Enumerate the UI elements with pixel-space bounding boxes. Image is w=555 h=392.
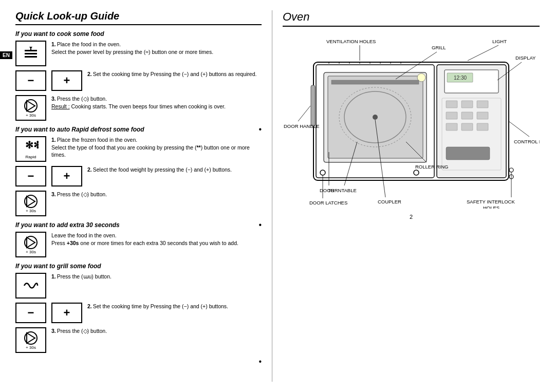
right-section-title: Oven <box>283 10 540 27</box>
page-number: 2 <box>283 214 540 220</box>
rapid-step1: ✻✻ Rapid 1.Place the frozen food in the … <box>15 136 262 162</box>
safety-interlock-label: SAFETY INTERLOCK <box>467 199 515 204</box>
svg-rect-28 <box>477 101 488 108</box>
light-label: LIGHT <box>492 39 507 44</box>
svg-rect-29 <box>446 112 457 119</box>
minus-box: − <box>15 70 46 91</box>
left-section-title: Quick Look-up Guide <box>15 10 262 25</box>
door-handle-label: DOOR HANDLE <box>284 123 320 129</box>
svg-point-47 <box>509 168 513 172</box>
rapid-icon-box: ✻✻ Rapid <box>15 136 46 162</box>
svg-marker-4 <box>29 47 32 49</box>
svg-rect-32 <box>446 123 457 130</box>
svg-rect-31 <box>477 112 488 119</box>
rapid-heading: If you want to auto Rapid defrost some f… <box>15 126 262 133</box>
svg-rect-2 <box>25 56 37 58</box>
start-icon-box: + 30s <box>15 95 46 121</box>
door-latches-label: DOOR LATCHES <box>309 200 347 206</box>
svg-rect-27 <box>461 101 473 108</box>
right-column: Oven <box>272 10 540 382</box>
control-panel-label: CONTROL PANEL <box>514 139 540 144</box>
page: EN Quick Look-up Guide If you want to co… <box>0 0 555 392</box>
rapid-step2: − + 2.Select the food weight by pressing… <box>15 166 262 186</box>
extra30-heading: If you want to add extra 30 seconds <box>15 221 262 229</box>
cook-heading: If you want to cook some food <box>15 30 262 38</box>
svg-rect-0 <box>25 50 37 51</box>
svg-rect-1 <box>25 53 37 54</box>
bullet1: • <box>258 125 262 134</box>
svg-point-37 <box>320 170 325 175</box>
grill-step1: 1.Press the (ɯu) button. <box>15 273 262 298</box>
rapid-snowflake-icon: ✻✻ <box>23 139 39 154</box>
start-icon4 <box>24 331 38 345</box>
grill-icon-box <box>15 273 46 298</box>
rapid-step1-text: 1.Place the frozen food in the oven. Sel… <box>51 136 262 159</box>
cook-step2: − + 2.Set the cooking time by Pressing t… <box>15 70 262 91</box>
start-icon2 <box>24 194 38 209</box>
rapid-step3-text: 3.Press the (◇) button. <box>51 191 107 198</box>
plus-box3: + <box>51 303 82 323</box>
start-icon-box3: + 30s <box>15 232 46 257</box>
grill-heading: If you want to grill some food <box>15 263 262 270</box>
svg-rect-35 <box>446 147 490 160</box>
svg-marker-5 <box>27 101 35 111</box>
svg-rect-33 <box>461 123 473 130</box>
svg-text:12:30: 12:30 <box>454 75 467 81</box>
start-icon-box4: + 30s <box>15 327 46 353</box>
start-icon3 <box>24 235 38 250</box>
display-label: DISPLAY <box>515 55 536 61</box>
svg-line-57 <box>509 121 529 137</box>
cook-step3-text: 3.Press the (◇) button. Result : Cooking… <box>51 95 226 110</box>
svg-line-53 <box>298 106 310 121</box>
cook-step1-text: 1.Place the food in the oven. Select the… <box>51 41 213 55</box>
power-level-icon <box>23 46 39 61</box>
svg-point-38 <box>414 170 419 175</box>
power-icon-box <box>15 41 46 66</box>
svg-rect-26 <box>446 101 457 108</box>
grill-step2-text: 2.Set the cooking time by Pressing the (… <box>87 303 228 310</box>
start-icon <box>24 99 38 113</box>
minus-box2: − <box>15 166 46 186</box>
minus-box3: − <box>15 303 46 323</box>
rapid-step2-text: 2.Select the food weight by pressing the… <box>87 166 232 174</box>
cook-step3: + 30s 3.Press the (◇) button. Result : C… <box>15 95 262 121</box>
svg-line-52 <box>468 45 498 61</box>
left-column: EN Quick Look-up Guide If you want to co… <box>15 10 272 382</box>
rapid-step3: + 30s 3.Press the (◇) button. <box>15 191 262 216</box>
svg-rect-36 <box>311 85 315 126</box>
plus-box: + <box>51 70 82 91</box>
extra30-step: + 30s Leave the food in the oven. Press … <box>15 232 262 257</box>
grill-step1-text: 1.Press the (ɯu) button. <box>51 273 112 281</box>
svg-rect-30 <box>461 112 473 119</box>
ventilation-holes-label: VENTILATION HOLES <box>326 39 376 44</box>
oven-svg: 12:30 <box>283 34 540 209</box>
svg-text:✻✻: ✻✻ <box>25 140 39 151</box>
turntable-label: TURNTABLE <box>328 188 357 193</box>
svg-marker-10 <box>27 237 35 248</box>
svg-marker-12 <box>27 333 35 343</box>
plus-box2: + <box>51 166 82 186</box>
cook-step2-text: 2.Set the cooking time by Pressing the (… <box>87 70 256 78</box>
extra30-step-text: Leave the food in the oven. Press +30s o… <box>51 232 238 247</box>
svg-point-20 <box>373 115 378 120</box>
bullet3: • <box>258 357 262 366</box>
oven-diagram: 12:30 <box>283 34 540 209</box>
grill-label: GRILL <box>432 45 446 50</box>
language-badge: EN <box>0 51 12 59</box>
cook-step1: 1.Place the food in the oven. Select the… <box>15 41 262 66</box>
holes-label: HOLES <box>483 205 499 209</box>
grill-step3: + 30s 3.Press the (◇) button. <box>15 327 262 353</box>
roller-ring-label: ROLLER RING <box>415 164 448 170</box>
svg-rect-50 <box>331 80 419 84</box>
coupler-label: COUPLER <box>378 199 401 204</box>
bullet2: • <box>258 220 262 230</box>
grill-step3-text: 3.Press the (◇) button. <box>51 327 107 335</box>
start-icon-box2: + 30s <box>15 191 46 216</box>
grill-wave-icon <box>23 278 39 293</box>
svg-marker-8 <box>27 196 35 207</box>
grill-step2: − + 2.Set the cooking time by Pressing t… <box>15 303 262 323</box>
svg-rect-34 <box>477 123 488 130</box>
